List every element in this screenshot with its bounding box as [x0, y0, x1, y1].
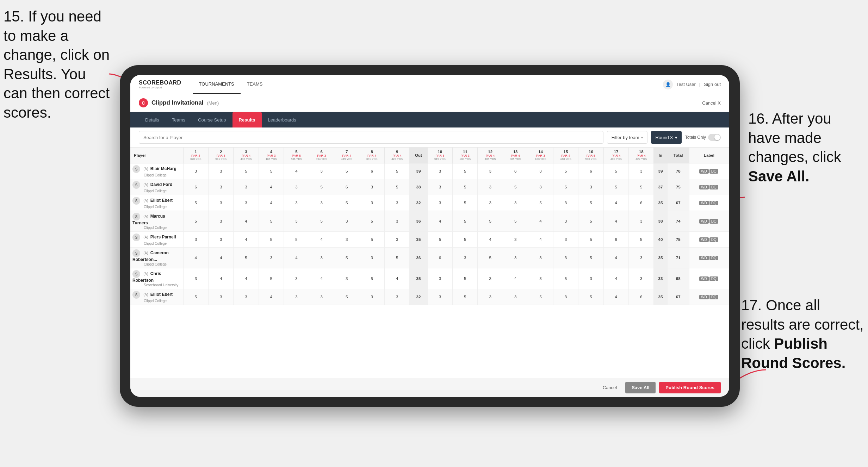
hole-18-score[interactable]: 5	[629, 232, 654, 248]
wd-badge[interactable]: WD	[699, 201, 709, 205]
hole-3-score[interactable]: 5	[234, 163, 259, 179]
hole-2-score[interactable]: 3	[208, 211, 233, 232]
hole-17-score[interactable]: 4	[603, 289, 628, 305]
hole-9-score[interactable]: 3	[384, 232, 409, 248]
wd-badge[interactable]: WD	[699, 295, 709, 299]
tab-teams[interactable]: Teams	[166, 112, 192, 127]
hole-5-score[interactable]: 4	[284, 163, 309, 179]
hole-15-score[interactable]: 3	[553, 232, 578, 248]
hole-2-score[interactable]: 4	[208, 248, 233, 268]
dq-badge[interactable]: DQ	[709, 219, 718, 224]
hole-10-score[interactable]: 3	[427, 179, 452, 195]
wd-badge[interactable]: WD	[699, 185, 709, 189]
hole-7-score[interactable]: 5	[334, 195, 359, 211]
hole-7-score[interactable]: 5	[334, 289, 359, 305]
dq-badge[interactable]: DQ	[709, 237, 718, 242]
hole-18-score[interactable]: 3	[629, 248, 654, 268]
hole-4-score[interactable]: 4	[259, 195, 284, 211]
hole-7-score[interactable]: 5	[334, 163, 359, 179]
hole-9-score[interactable]: 5	[384, 163, 409, 179]
hole-11-score[interactable]: 3	[453, 248, 478, 268]
hole-1-score[interactable]: 5	[183, 289, 208, 305]
hole-9-score[interactable]: 3	[384, 195, 409, 211]
nav-link-tournaments[interactable]: TOURNAMENTS	[193, 75, 241, 94]
hole-6-score[interactable]: 3	[309, 195, 334, 211]
hole-17-score[interactable]: 5	[603, 163, 628, 179]
hole-10-score[interactable]: 5	[427, 232, 452, 248]
wd-badge[interactable]: WD	[699, 237, 709, 242]
hole-13-score[interactable]: 5	[503, 211, 528, 232]
hole-13-score[interactable]: 5	[503, 179, 528, 195]
hole-4-score[interactable]: 3	[259, 248, 284, 268]
hole-12-score[interactable]: 4	[478, 232, 503, 248]
hole-5-score[interactable]: 3	[284, 179, 309, 195]
hole-4-score[interactable]: 5	[259, 163, 284, 179]
hole-16-score[interactable]: 3	[578, 179, 603, 195]
hole-14-score[interactable]: 4	[528, 211, 553, 232]
hole-9-score[interactable]: 5	[384, 248, 409, 268]
wd-badge[interactable]: WD	[699, 276, 709, 281]
hole-1-score[interactable]: 3	[183, 268, 208, 289]
hole-3-score[interactable]: 3	[234, 289, 259, 305]
hole-17-score[interactable]: 4	[603, 195, 628, 211]
hole-2-score[interactable]: 3	[208, 289, 233, 305]
hole-2-score[interactable]: 3	[208, 163, 233, 179]
hole-14-score[interactable]: 3	[528, 163, 553, 179]
hole-8-score[interactable]: 3	[359, 289, 384, 305]
hole-10-score[interactable]: 4	[427, 211, 452, 232]
hole-15-score[interactable]: 5	[553, 179, 578, 195]
tab-course-setup[interactable]: Course Setup	[192, 112, 232, 127]
hole-5-score[interactable]: 3	[284, 268, 309, 289]
cancel-link[interactable]: Cancel X	[702, 100, 721, 106]
hole-8-score[interactable]: 5	[359, 232, 384, 248]
hole-3-score[interactable]: 4	[234, 211, 259, 232]
hole-17-score[interactable]: 4	[603, 248, 628, 268]
tab-details[interactable]: Details	[139, 112, 166, 127]
hole-1-score[interactable]: 5	[183, 211, 208, 232]
hole-11-score[interactable]: 5	[453, 179, 478, 195]
hole-9-score[interactable]: 5	[384, 179, 409, 195]
hole-1-score[interactable]: 3	[183, 232, 208, 248]
hole-18-score[interactable]: 6	[629, 289, 654, 305]
hole-18-score[interactable]: 5	[629, 179, 654, 195]
hole-15-score[interactable]: 3	[553, 248, 578, 268]
hole-5-score[interactable]: 5	[284, 232, 309, 248]
hole-16-score[interactable]: 5	[578, 289, 603, 305]
hole-1-score[interactable]: 6	[183, 179, 208, 195]
hole-13-score[interactable]: 6	[503, 163, 528, 179]
hole-14-score[interactable]: 3	[528, 248, 553, 268]
hole-18-score[interactable]: 3	[629, 268, 654, 289]
hole-18-score[interactable]: 3	[629, 163, 654, 179]
hole-13-score[interactable]: 3	[503, 248, 528, 268]
hole-8-score[interactable]: 6	[359, 163, 384, 179]
hole-4-score[interactable]: 4	[259, 179, 284, 195]
save-all-button[interactable]: Save All	[625, 382, 656, 393]
hole-12-score[interactable]: 5	[478, 248, 503, 268]
hole-12-score[interactable]: 3	[478, 163, 503, 179]
hole-6-score[interactable]: 5	[309, 179, 334, 195]
dq-badge[interactable]: DQ	[709, 185, 718, 189]
publish-round-scores-button[interactable]: Publish Round Scores	[659, 382, 721, 393]
hole-3-score[interactable]: 3	[234, 179, 259, 195]
hole-4-score[interactable]: 5	[259, 211, 284, 232]
hole-6-score[interactable]: 3	[309, 289, 334, 305]
hole-12-score[interactable]: 5	[478, 211, 503, 232]
hole-14-score[interactable]: 4	[528, 232, 553, 248]
hole-11-score[interactable]: 5	[453, 232, 478, 248]
hole-8-score[interactable]: 5	[359, 268, 384, 289]
hole-8-score[interactable]: 3	[359, 179, 384, 195]
dq-badge[interactable]: DQ	[709, 295, 718, 299]
hole-2-score[interactable]: 3	[208, 232, 233, 248]
filter-by-team-dropdown[interactable]: Filter by team ▾	[607, 131, 648, 144]
hole-16-score[interactable]: 5	[578, 248, 603, 268]
hole-14-score[interactable]: 5	[528, 289, 553, 305]
hole-15-score[interactable]: 5	[553, 163, 578, 179]
hole-10-score[interactable]: 3	[427, 195, 452, 211]
hole-15-score[interactable]: 5	[553, 268, 578, 289]
hole-18-score[interactable]: 6	[629, 195, 654, 211]
hole-11-score[interactable]: 5	[453, 195, 478, 211]
hole-12-score[interactable]: 3	[478, 179, 503, 195]
hole-3-score[interactable]: 5	[234, 248, 259, 268]
hole-16-score[interactable]: 6	[578, 163, 603, 179]
cancel-button[interactable]: Cancel	[598, 382, 622, 393]
